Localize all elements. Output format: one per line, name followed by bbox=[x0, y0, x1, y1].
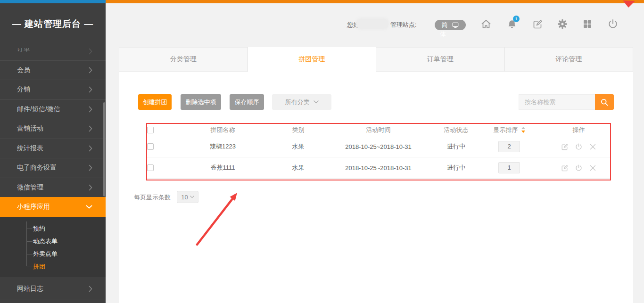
sort-arrows-icon[interactable] bbox=[521, 127, 525, 133]
activity-status: 进行中 bbox=[441, 142, 471, 151]
chevron-down-icon bbox=[314, 100, 319, 104]
table-row: 辣椒1223 水果 2018-10-25~2018-10-31 进行中 2 bbox=[147, 136, 611, 157]
chevron-right-icon bbox=[89, 67, 92, 74]
page-size-label: 每页显示条数 bbox=[134, 193, 171, 202]
sidebar-item-orders[interactable]: 订单 bbox=[0, 41, 106, 60]
sidebar-item-statistics[interactable]: 统计报表 bbox=[0, 139, 106, 158]
gear-icon[interactable] bbox=[557, 18, 568, 30]
edit-icon[interactable] bbox=[561, 164, 569, 172]
submenu-item-dynamic-form[interactable]: 动态表单 bbox=[0, 235, 106, 248]
close-icon[interactable] bbox=[589, 143, 597, 151]
group-name: 香蕉1111 bbox=[165, 164, 281, 172]
sidebar-scrollbar[interactable] bbox=[103, 102, 105, 197]
group-category: 水果 bbox=[281, 142, 316, 151]
activity-time: 2018-10-25~2018-10-31 bbox=[316, 164, 441, 172]
category-filter-dropdown[interactable]: 所有分类 bbox=[272, 94, 331, 110]
power-icon[interactable] bbox=[575, 164, 583, 172]
chevron-right-icon bbox=[89, 48, 92, 55]
col-header-category: 类别 bbox=[281, 126, 316, 134]
app-title: — 建站管理后台 — bbox=[0, 18, 106, 30]
compose-icon[interactable] bbox=[532, 18, 543, 30]
sort-input[interactable]: 1 bbox=[498, 162, 520, 173]
col-header-time: 活动时间 bbox=[316, 126, 441, 134]
chevron-right-icon bbox=[89, 106, 92, 113]
sidebar-item-members[interactable]: 会员 bbox=[0, 60, 106, 80]
chevron-right-icon bbox=[89, 86, 92, 93]
managed-site-label: 管理站点: bbox=[390, 21, 417, 29]
submenu-item-takeout-order[interactable]: 外卖点单 bbox=[0, 248, 106, 261]
sidebar-menu: 订单 会员 分销 邮件/短信/微信 营销活动 统计报表 bbox=[0, 41, 106, 300]
create-group-buy-button[interactable]: 创建拼团 bbox=[138, 94, 172, 110]
top-strip-blue bbox=[0, 0, 106, 3]
language-wrap-char: 体 bbox=[440, 30, 446, 39]
miniprogram-submenu: 预约 动态表单 外卖点单 拼团 bbox=[0, 217, 106, 278]
monitor-icon bbox=[452, 21, 459, 29]
chevron-right-icon bbox=[89, 286, 92, 292]
admin-backend-screen: — 建站管理后台 — 订单 会员 分销 邮件/短信/微信 营销活动 bbox=[0, 0, 644, 303]
chevron-down-icon bbox=[190, 196, 194, 198]
table-header-row: 拼团名称 类别 活动时间 活动状态 显示排序 操作 bbox=[147, 123, 611, 136]
close-icon[interactable] bbox=[589, 164, 597, 172]
activity-time: 2018-10-25~2018-10-31 bbox=[316, 143, 441, 150]
group-buy-table: 拼团名称 类别 活动时间 活动状态 显示排序 操作 辣椒1223 水果 2018… bbox=[147, 123, 611, 179]
chevron-down-icon bbox=[86, 205, 92, 209]
col-header-actions: 操作 bbox=[547, 126, 611, 134]
row-checkbox[interactable] bbox=[147, 143, 154, 150]
tab-comment-management[interactable]: 评论管理 bbox=[505, 47, 634, 72]
activity-status: 进行中 bbox=[441, 164, 471, 172]
group-category: 水果 bbox=[281, 164, 316, 172]
top-strip-orange bbox=[106, 0, 644, 3]
submenu-item-group-buying[interactable]: 拼团 bbox=[0, 261, 106, 273]
sidebar-item-site-logs[interactable]: 网站日志 bbox=[0, 278, 106, 300]
page-size-dropdown[interactable]: 10 bbox=[177, 191, 198, 203]
sidebar-item-ecommerce-settings[interactable]: 电子商务设置 bbox=[0, 158, 106, 178]
apps-grid-icon[interactable] bbox=[582, 18, 593, 30]
col-header-name: 拼团名称 bbox=[165, 126, 281, 134]
search-button[interactable] bbox=[595, 94, 614, 110]
submenu-item-booking[interactable]: 预约 bbox=[0, 222, 106, 235]
save-order-button[interactable]: 保存顺序 bbox=[230, 94, 264, 110]
tab-category-management[interactable]: 分类管理 bbox=[119, 47, 248, 72]
table-row: 香蕉1111 水果 2018-10-25~2018-10-31 进行中 1 bbox=[147, 157, 611, 179]
chevron-right-icon bbox=[89, 145, 92, 152]
search-input[interactable] bbox=[519, 94, 595, 110]
col-header-status: 活动状态 bbox=[441, 126, 471, 134]
notification-badge: 1 bbox=[513, 16, 520, 22]
sidebar-item-marketing[interactable]: 营销活动 bbox=[0, 119, 106, 139]
sidebar-item-mail-sms-wechat[interactable]: 邮件/短信/微信 bbox=[0, 99, 106, 119]
sidebar-item-wechat-management[interactable]: 微信管理 bbox=[0, 178, 106, 197]
tab-group-buying-management[interactable]: 拼团管理 bbox=[248, 47, 376, 72]
chevron-right-icon bbox=[89, 184, 92, 191]
redacted-username bbox=[356, 19, 388, 29]
chevron-right-icon bbox=[89, 164, 92, 171]
chevron-right-icon bbox=[89, 125, 92, 132]
power-icon[interactable] bbox=[607, 18, 619, 30]
edit-icon[interactable] bbox=[561, 143, 569, 151]
language-toggle[interactable]: 简 bbox=[435, 20, 466, 30]
select-all-checkbox[interactable] bbox=[147, 127, 154, 133]
search-icon bbox=[600, 98, 609, 107]
home-icon[interactable] bbox=[480, 18, 492, 30]
row-checkbox[interactable] bbox=[147, 164, 154, 171]
sidebar-item-distribution[interactable]: 分销 bbox=[0, 80, 106, 99]
delete-selected-button[interactable]: 删除选中项 bbox=[181, 94, 221, 110]
sidebar-item-miniprogram-apps[interactable]: 小程序应用 bbox=[0, 197, 106, 217]
sort-input[interactable]: 2 bbox=[498, 141, 520, 152]
tab-bar: 分类管理 拼团管理 订单管理 评论管理 bbox=[119, 47, 633, 72]
power-icon[interactable] bbox=[575, 143, 583, 151]
group-name: 辣椒1223 bbox=[165, 142, 281, 151]
tab-order-management[interactable]: 订单管理 bbox=[376, 47, 505, 72]
sidebar: — 建站管理后台 — 订单 会员 分销 邮件/短信/微信 营销活动 bbox=[0, 0, 106, 303]
col-header-sort[interactable]: 显示排序 bbox=[471, 126, 547, 134]
